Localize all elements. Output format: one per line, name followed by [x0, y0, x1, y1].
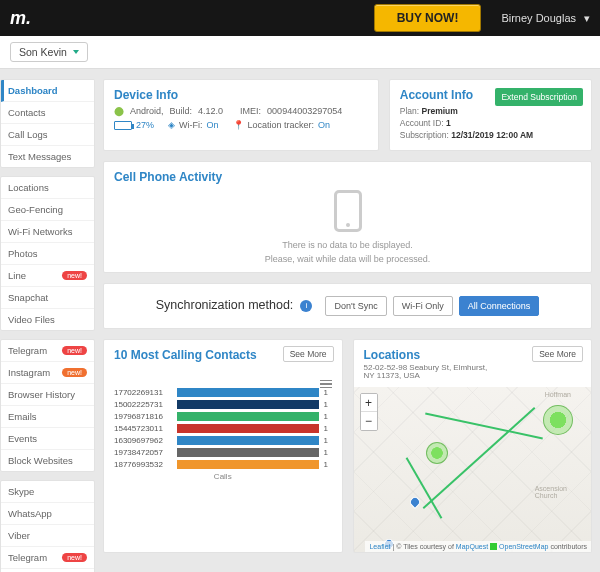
osm-link[interactable]: OpenStreetMap: [499, 543, 548, 550]
new-badge: new!: [62, 346, 87, 355]
sidebar-item-label: Geo-Fencing: [8, 204, 63, 215]
mapquest-link[interactable]: MapQuest: [456, 543, 488, 550]
sidebar-item-label: Call Logs: [8, 129, 48, 140]
sidebar-item-label: Telegram: [8, 345, 47, 356]
plan-value: Premium: [422, 106, 458, 116]
bar-label: 19738472057: [114, 448, 172, 457]
sidebar-item-video-files[interactable]: Video Files: [1, 309, 94, 330]
sidebar-item-telegram[interactable]: Telegramnew!: [1, 547, 94, 569]
bar-label: 18776993532: [114, 460, 172, 469]
buy-now-button[interactable]: BUY NOW!: [374, 4, 482, 32]
sidebar-item-emails[interactable]: Emails: [1, 406, 94, 428]
new-badge: new!: [62, 553, 87, 562]
map[interactable]: + − Hoffman AscensionChurch Leaflet | © …: [354, 387, 592, 552]
sidebar-item-wi-fi-networks[interactable]: Wi-Fi Networks: [1, 221, 94, 243]
calls-see-more-button[interactable]: See More: [283, 346, 334, 362]
sidebar-item-viber[interactable]: Viber: [1, 525, 94, 547]
bar-label: 15445723011: [114, 424, 172, 433]
new-badge: new!: [62, 368, 87, 377]
device-loc-label: Location tracker:: [248, 120, 315, 130]
target-selected: Son Kevin: [19, 46, 67, 58]
sidebar-item-label: Instagram: [8, 367, 50, 378]
sidebar-item-telegram[interactable]: Telegramnew!: [1, 340, 94, 362]
map-street-label: Hoffman: [545, 391, 571, 398]
sidebar-item-locations[interactable]: Locations: [1, 177, 94, 199]
map-pin-icon[interactable]: [407, 495, 421, 509]
sidebar-item-label: Telegram: [8, 552, 47, 563]
zoom-in-button[interactable]: +: [361, 394, 377, 412]
sidebar-item-label: Emails: [8, 411, 37, 422]
sidebar-item-label: Contacts: [8, 107, 46, 118]
android-icon: ⬤: [114, 106, 124, 116]
sidebar-item-label: WhatsApp: [8, 508, 52, 519]
chart-menu-icon[interactable]: [320, 378, 332, 391]
sidebar-item-label: Snapchat: [8, 292, 48, 303]
user-name: Birney Douglas: [501, 12, 576, 24]
bar-fill: [177, 400, 319, 409]
sidebar-item-label: Skype: [8, 486, 34, 497]
leaflet-link[interactable]: Leaflet: [369, 543, 390, 550]
sidebar-item-label: Dashboard: [8, 85, 58, 96]
map-street-label: AscensionChurch: [535, 485, 567, 499]
sidebar-item-geo-fencing[interactable]: Geo-Fencing: [1, 199, 94, 221]
user-menu[interactable]: Birney Douglas ▾: [501, 12, 590, 25]
sidebar-item-whatsapp[interactable]: WhatsApp: [1, 503, 94, 525]
bar-fill: [177, 448, 319, 457]
chart-bar-row: 150022257311: [114, 400, 332, 409]
extend-subscription-button[interactable]: Extend Subscription: [495, 88, 583, 106]
info-icon[interactable]: i: [300, 300, 312, 312]
sidebar-item-label: Video Files: [8, 314, 55, 325]
sidebar-item-label: Events: [8, 433, 37, 444]
activity-msg1: There is no data to be displayed.: [114, 240, 581, 250]
battery-icon: [114, 121, 132, 130]
bar-label: 16309697962: [114, 436, 172, 445]
bar-label: 15002225731: [114, 400, 172, 409]
device-battery: 27%: [136, 120, 154, 130]
plan-label: Plan:: [400, 106, 419, 116]
map-marker[interactable]: [543, 405, 573, 435]
sidebar-item-call-logs[interactable]: Call Logs: [1, 124, 94, 146]
sidebar-item-label: Photos: [8, 248, 38, 259]
logo: m.: [10, 8, 31, 29]
chevron-down-icon: ▾: [584, 12, 590, 25]
sync-option-wi-fi-only[interactable]: Wi-Fi Only: [393, 296, 453, 316]
device-info-card: Device Info ⬤ Android, Build: 4.12.0 IME…: [103, 79, 379, 151]
map-zoom: + −: [360, 393, 378, 431]
sidebar-item-snapchat[interactable]: Snapchat: [1, 287, 94, 309]
sidebar-item-contacts[interactable]: Contacts: [1, 102, 94, 124]
main: Device Info ⬤ Android, Build: 4.12.0 IME…: [103, 79, 592, 553]
sync-card: Synchronization method: i Don't SyncWi-F…: [103, 283, 592, 329]
acct-id-label: Account ID:: [400, 118, 444, 128]
map-marker[interactable]: [426, 442, 448, 464]
sidebar-item-block-websites[interactable]: Block Websites: [1, 450, 94, 471]
activity-msg2: Please, wait while data will be processe…: [114, 254, 581, 264]
zoom-out-button[interactable]: −: [361, 412, 377, 430]
sidebar-item-label: Locations: [8, 182, 49, 193]
sidebar-item-line[interactable]: Linenew!: [1, 265, 94, 287]
sync-option-don-t-sync[interactable]: Don't Sync: [325, 296, 386, 316]
sidebar-item-text-messages[interactable]: Text Messages: [1, 146, 94, 167]
sidebar-item-skype[interactable]: Skype: [1, 481, 94, 503]
sidebar-item-label: Line: [8, 270, 26, 281]
bar-value: 1: [324, 436, 332, 445]
sync-option-all-connections[interactable]: All Connections: [459, 296, 540, 316]
account-info-card: Account Info Plan: Premium Account ID: 1…: [389, 79, 592, 151]
device-info-title: Device Info: [114, 88, 368, 102]
sidebar: DashboardContactsCall LogsText MessagesL…: [0, 79, 95, 572]
chart-bar-row: 163096979621: [114, 436, 332, 445]
locations-see-more-button[interactable]: See More: [532, 346, 583, 362]
target-bar: Son Kevin: [0, 36, 600, 69]
sidebar-item-events[interactable]: Events: [1, 428, 94, 450]
sub-label: Subscription:: [400, 130, 449, 140]
caret-down-icon: [73, 50, 79, 54]
bar-fill: [177, 412, 319, 421]
sidebar-item-label: Wi-Fi Networks: [8, 226, 72, 237]
sidebar-item-label: Viber: [8, 530, 30, 541]
target-select[interactable]: Son Kevin: [10, 42, 88, 62]
sidebar-item-instagram[interactable]: Instagramnew!: [1, 362, 94, 384]
bar-fill: [177, 388, 319, 397]
sidebar-item-browser-history[interactable]: Browser History: [1, 384, 94, 406]
chart-bar-row: 187769935321: [114, 460, 332, 469]
sidebar-item-dashboard[interactable]: Dashboard: [1, 80, 94, 102]
sidebar-item-photos[interactable]: Photos: [1, 243, 94, 265]
